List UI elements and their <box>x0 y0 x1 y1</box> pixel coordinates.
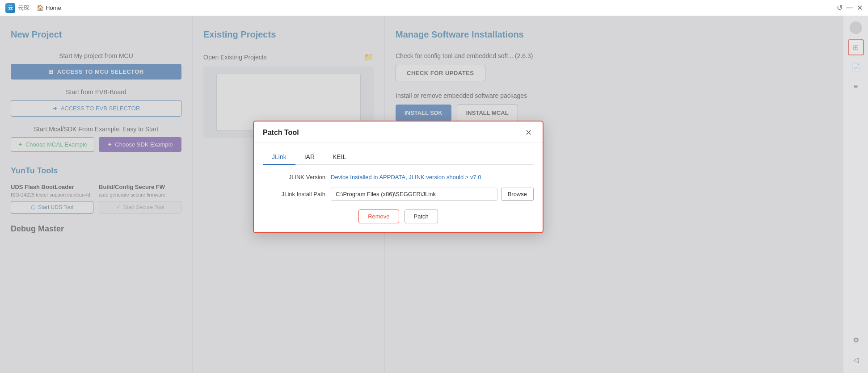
home-nav-icon: 🏠 <box>37 4 44 11</box>
window-controls: ↺ — ✕ <box>837 4 863 12</box>
tab-bar: JLink IAR KEIL <box>263 150 534 165</box>
main-layout: New Project Start My project from MCU ⊞ … <box>0 16 868 373</box>
browse-button[interactable]: Browse <box>501 188 534 201</box>
modal-body: JLink IAR KEIL JLINK Version Device Inst… <box>254 142 543 232</box>
close-btn[interactable]: ✕ <box>857 4 863 12</box>
app-logo: 云 云琛 <box>5 3 29 13</box>
home-nav-label: Home <box>46 4 61 11</box>
modal-close-button[interactable]: ✕ <box>523 128 534 138</box>
jlink-version-label: JLINK Version <box>263 174 325 180</box>
jlink-version-row: JLINK Version Device Installed in APPDAT… <box>263 174 534 180</box>
patch-button[interactable]: Patch <box>405 210 438 223</box>
install-path-row: JLink Install Path Browse <box>263 188 534 201</box>
titlebar: 云 云琛 🏠 Home ↺ — ✕ <box>0 0 868 16</box>
install-path-input-group: Browse <box>331 188 534 201</box>
install-path-input[interactable] <box>331 188 497 201</box>
modal-header: Patch Tool ✕ <box>254 122 543 142</box>
tab-jlink[interactable]: JLink <box>263 150 295 165</box>
install-path-label: JLink Install Path <box>263 191 325 197</box>
minimize-btn[interactable]: — <box>846 4 853 12</box>
patch-tool-modal: Patch Tool ✕ JLink IAR KEIL JLINK Versio… <box>253 121 544 233</box>
tab-keil[interactable]: KEIL <box>324 150 355 165</box>
modal-overlay: Patch Tool ✕ JLink IAR KEIL JLINK Versio… <box>0 16 868 373</box>
logo-text: 云琛 <box>18 4 29 12</box>
nav-breadcrumb: 🏠 Home <box>37 4 61 11</box>
remove-button[interactable]: Remove <box>358 210 399 223</box>
tab-iar[interactable]: IAR <box>295 150 324 165</box>
refresh-btn[interactable]: ↺ <box>837 4 843 12</box>
modal-title: Patch Tool <box>263 129 299 137</box>
logo-icon: 云 <box>5 3 15 13</box>
modal-footer: Remove Patch <box>263 210 534 223</box>
jlink-version-value: Device Installed in APPDATA, JLINK versi… <box>331 174 534 180</box>
